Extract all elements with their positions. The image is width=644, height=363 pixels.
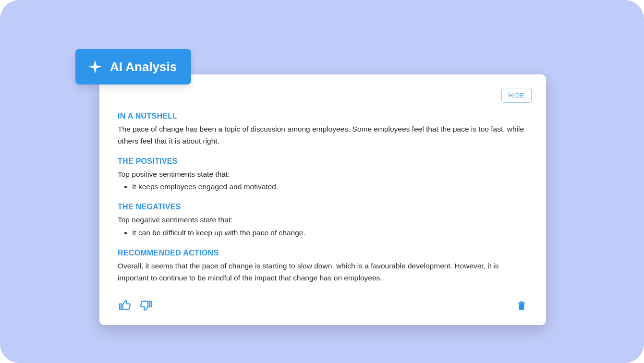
section-body: The pace of change has been a topic of d…	[118, 123, 528, 147]
section-negatives: THE NEGATIVES Top negative sentiments st…	[118, 203, 528, 239]
section-heading: RECOMMENDED ACTIONS	[118, 249, 528, 257]
section-heading: THE NEGATIVES	[118, 203, 528, 211]
trash-icon	[516, 299, 527, 312]
section-bullets: It can be difficult to keep up with the …	[118, 227, 528, 239]
section-body: Overall, it seems that the pace of chang…	[118, 260, 528, 284]
section-intro: Top positive sentiments state that:	[118, 169, 528, 181]
section-heading: IN A NUTSHELL	[118, 112, 528, 121]
action-bar	[118, 298, 528, 313]
hide-button[interactable]: HIDE	[501, 88, 532, 103]
thumbs-up-button[interactable]	[118, 298, 132, 313]
section-recommended: RECOMMENDED ACTIONS Overall, it seems th…	[118, 249, 528, 284]
section-bullets: It keeps employees engaged and motivated…	[118, 181, 528, 193]
ai-analysis-badge: AI Analysis	[75, 49, 191, 85]
bullet-item: It keeps employees engaged and motivated…	[132, 181, 528, 193]
sparkle-icon	[87, 59, 103, 75]
section-nutshell: IN A NUTSHELL The pace of change has bee…	[118, 112, 528, 147]
section-intro: Top negative sentiments state that:	[118, 214, 528, 226]
feedback-actions	[118, 298, 153, 313]
thumbs-up-icon	[119, 299, 131, 312]
section-positives: THE POSITIVES Top positive sentiments st…	[118, 157, 528, 194]
thumbs-down-button[interactable]	[139, 298, 153, 313]
section-heading: THE POSITIVES	[118, 157, 528, 166]
page-canvas: AI Analysis HIDE IN A NUTSHELL The pace …	[0, 0, 644, 363]
analysis-card: HIDE IN A NUTSHELL The pace of change ha…	[99, 74, 546, 325]
thumbs-down-icon	[140, 299, 152, 312]
delete-button[interactable]	[515, 298, 528, 313]
bullet-item: It can be difficult to keep up with the …	[132, 227, 528, 239]
ai-analysis-label: AI Analysis	[110, 60, 177, 74]
